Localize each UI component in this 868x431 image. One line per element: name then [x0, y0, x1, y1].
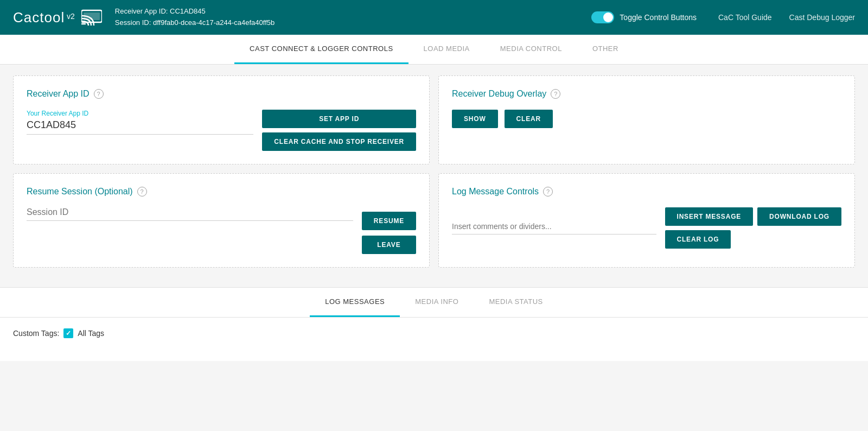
receiver-app-id-input-label: Your Receiver App ID — [27, 110, 253, 117]
tab-log-messages[interactable]: LOG MESSAGES — [310, 288, 400, 317]
cast-debug-logger-link[interactable]: Cast Debug Logger — [789, 13, 855, 22]
log-controls-row: INSERT MESSAGE DOWNLOAD LOG CLEAR LOG — [452, 207, 841, 249]
receiver-app-id-title: Receiver App ID ? — [27, 89, 416, 99]
bottom-tabs: LOG MESSAGES MEDIA INFO MEDIA STATUS — [0, 288, 868, 318]
leave-button[interactable]: LEAVE — [362, 236, 416, 254]
clear-debug-button[interactable]: CLEAR — [505, 110, 553, 128]
receiver-app-id-card: Receiver App ID ? Your Receiver App ID C… — [13, 75, 430, 164]
download-log-button[interactable]: DOWNLOAD LOG — [757, 207, 841, 226]
show-debug-button[interactable]: SHOW — [452, 110, 498, 128]
main-tabs: CAST CONNECT & LOGGER CONTROLS LOAD MEDI… — [0, 35, 868, 65]
tab-media-info[interactable]: MEDIA INFO — [400, 288, 474, 317]
receiver-app-id-row: Your Receiver App ID CC1AD845 SET APP ID… — [27, 110, 416, 151]
logo-text: Cactool v2 — [13, 9, 75, 26]
log-input[interactable] — [452, 222, 656, 234]
tab-other[interactable]: OTHER — [577, 35, 634, 64]
clear-log-button[interactable]: CLEAR LOG — [665, 230, 731, 249]
receiver-app-id-value: CC1AD845 — [27, 119, 253, 135]
cards-grid: Receiver App ID ? Your Receiver App ID C… — [13, 75, 855, 268]
tab-media-status[interactable]: MEDIA STATUS — [474, 288, 558, 317]
set-app-id-button[interactable]: SET APP ID — [262, 110, 416, 128]
session-id-input-area — [27, 207, 353, 225]
logo-area: Cactool v2 — [13, 9, 102, 26]
header-links: CaC Tool Guide Cast Debug Logger — [718, 13, 855, 22]
debug-overlay-buttons: SHOW CLEAR — [452, 110, 841, 128]
receiver-debug-overlay-card: Receiver Debug Overlay ? SHOW CLEAR — [438, 75, 855, 164]
receiver-app-id-buttons: SET APP ID CLEAR CACHE AND STOP RECEIVER — [262, 110, 416, 151]
main-content: Receiver App ID ? Your Receiver App ID C… — [0, 65, 868, 287]
all-tags-label: All Tags — [78, 329, 104, 338]
clear-cache-button[interactable]: CLEAR CACHE AND STOP RECEIVER — [262, 132, 416, 151]
session-id-header: Session ID: dff9fab0-dcea-4c17-a244-ca4e… — [115, 17, 275, 29]
custom-tags-row: Custom Tags: All Tags — [13, 328, 855, 338]
cast-icon — [81, 9, 102, 26]
session-id-input[interactable] — [27, 207, 353, 221]
bottom-section: LOG MESSAGES MEDIA INFO MEDIA STATUS Cus… — [0, 287, 868, 361]
toggle-area: Toggle Control Buttons — [591, 11, 697, 23]
log-buttons-row1: INSERT MESSAGE DOWNLOAD LOG — [665, 207, 841, 226]
resume-session-buttons: RESUME LEAVE — [362, 212, 416, 254]
resume-session-row: RESUME LEAVE — [27, 207, 416, 254]
cac-tool-guide-link[interactable]: CaC Tool Guide — [718, 13, 772, 22]
log-buttons-row2: CLEAR LOG — [665, 230, 841, 249]
resume-button[interactable]: RESUME — [362, 212, 416, 230]
receiver-debug-overlay-title: Receiver Debug Overlay ? — [452, 89, 841, 99]
tab-media-control[interactable]: MEDIA CONTROL — [485, 35, 577, 64]
log-message-controls-card: Log Message Controls ? INSERT MESSAGE DO… — [438, 173, 855, 268]
tab-load-media[interactable]: LOAD MEDIA — [409, 35, 485, 64]
log-message-controls-title: Log Message Controls ? — [452, 187, 841, 197]
receiver-debug-help-icon[interactable]: ? — [551, 89, 560, 99]
insert-message-button[interactable]: INSERT MESSAGE — [665, 207, 754, 226]
all-tags-checkbox[interactable] — [63, 328, 73, 338]
log-message-help-icon[interactable]: ? — [543, 187, 553, 197]
custom-tags-label: Custom Tags: — [13, 329, 59, 338]
toggle-label: Toggle Control Buttons — [620, 13, 697, 22]
receiver-app-id-header: Receiver App ID: CC1AD845 — [115, 6, 275, 17]
bottom-content: Custom Tags: All Tags — [0, 318, 868, 361]
receiver-app-id-input-area: Your Receiver App ID CC1AD845 — [27, 110, 253, 143]
receiver-app-id-help-icon[interactable]: ? — [94, 89, 104, 99]
resume-session-card: Resume Session (Optional) ? RESUME LEAVE — [13, 173, 430, 268]
toggle-control-buttons[interactable] — [591, 11, 614, 23]
header: Cactool v2 Receiver App ID: CC1AD845 Ses… — [0, 0, 868, 35]
resume-session-title: Resume Session (Optional) ? — [27, 187, 416, 197]
tab-cast-connect-logger-controls[interactable]: CAST CONNECT & LOGGER CONTROLS — [234, 35, 408, 64]
log-buttons: INSERT MESSAGE DOWNLOAD LOG CLEAR LOG — [665, 207, 841, 249]
header-info: Receiver App ID: CC1AD845 Session ID: df… — [115, 6, 275, 29]
resume-session-help-icon[interactable]: ? — [137, 187, 147, 197]
